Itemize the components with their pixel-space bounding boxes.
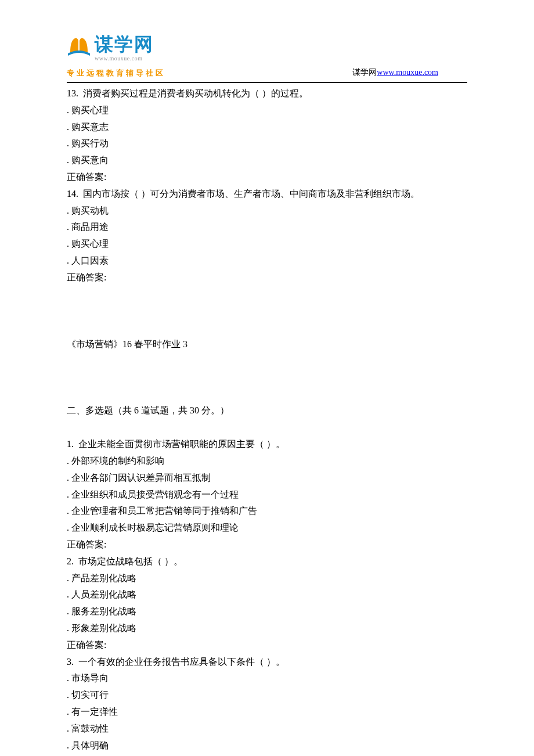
mq1-opt-c: . 企业组织和成员接受营销观念有一个过程 xyxy=(67,487,467,503)
mq1-opt-a: . 外部环境的制约和影响 xyxy=(67,453,467,470)
mq1-answer: 正确答案: xyxy=(67,537,467,553)
logo-subtitle: 专业远程教育辅导社区 xyxy=(67,66,165,80)
site-link[interactable]: www.mouxue.com xyxy=(377,68,438,77)
header-site-label: 谋学网www.mouxue.com xyxy=(352,65,438,80)
section-title: 《市场营销》16 春平时作业 3 xyxy=(67,336,467,353)
q14-opt-d: . 人口因素 xyxy=(67,253,467,269)
q14-opt-c: . 购买心理 xyxy=(67,236,467,253)
mq2-opt-b: . 人员差别化战略 xyxy=(67,586,467,603)
mq3-opt-d: . 富鼓动性 xyxy=(67,721,467,737)
q13-opt-c: . 购买行动 xyxy=(67,135,467,152)
q14-text: 14. 国内市场按（ ）可分为消费者市场、生产者市场、中间商市场及非营利组织市场… xyxy=(67,186,467,203)
part2-title: 二、多选题（共 6 道试题，共 30 分。） xyxy=(67,402,467,419)
mq1-text: 1. 企业未能全面贯彻市场营销职能的原因主要（ ）。 xyxy=(67,436,467,453)
q14-answer: 正确答案: xyxy=(67,269,467,286)
mq3-opt-a: . 市场导向 xyxy=(67,670,467,687)
logo-title: 谋学网 xyxy=(95,35,154,53)
mq3-answer: 正确答案: xyxy=(67,754,467,756)
mq1-opt-b: . 企业各部门因认识差异而相互抵制 xyxy=(67,470,467,487)
q13-opt-a: . 购买心理 xyxy=(67,102,467,119)
q13-opt-d: . 购买意向 xyxy=(67,152,467,169)
q13-answer: 正确答案: xyxy=(67,169,467,186)
mq2-opt-c: . 服务差别化战略 xyxy=(67,603,467,620)
mq3-opt-b: . 切实可行 xyxy=(67,687,467,704)
mq2-opt-a: . 产品差别化战略 xyxy=(67,570,467,587)
document-content: 13. 消费者购买过程是消费者购买动机转化为（ ）的过程。 . 购买心理 . 购… xyxy=(0,83,534,756)
mq1-opt-e: . 企业顺利成长时极易忘记营销原则和理论 xyxy=(67,520,467,537)
logo-url-text: www.mouxue.com xyxy=(95,53,154,64)
mq3-opt-c: . 有一定弹性 xyxy=(67,704,467,721)
q13-text: 13. 消费者购买过程是消费者购买动机转化为（ ）的过程。 xyxy=(67,85,467,102)
logo-icon xyxy=(67,35,91,63)
q14-opt-a: . 购买动机 xyxy=(67,203,467,219)
mq3-opt-e: . 具体明确 xyxy=(67,737,467,754)
mq2-opt-d: . 形象差别化战略 xyxy=(67,620,467,637)
q13-opt-b: . 购买意志 xyxy=(67,119,467,136)
mq1-opt-d: . 企业管理者和员工常把营销等同于推销和广告 xyxy=(67,503,467,520)
mq2-text: 2. 市场定位战略包括（ ）。 xyxy=(67,553,467,570)
site-name: 谋学网 xyxy=(352,68,377,77)
mq2-answer: 正确答案: xyxy=(67,637,467,654)
page-header: 谋学网 www.mouxue.com 专业远程教育辅导社区 谋学网www.mou… xyxy=(0,0,534,78)
logo-area: 谋学网 www.mouxue.com 专业远程教育辅导社区 xyxy=(67,35,165,80)
q14-opt-b: . 商品用途 xyxy=(67,219,467,236)
mq3-text: 3. 一个有效的企业任务报告书应具备以下条件（ ）。 xyxy=(67,654,467,671)
